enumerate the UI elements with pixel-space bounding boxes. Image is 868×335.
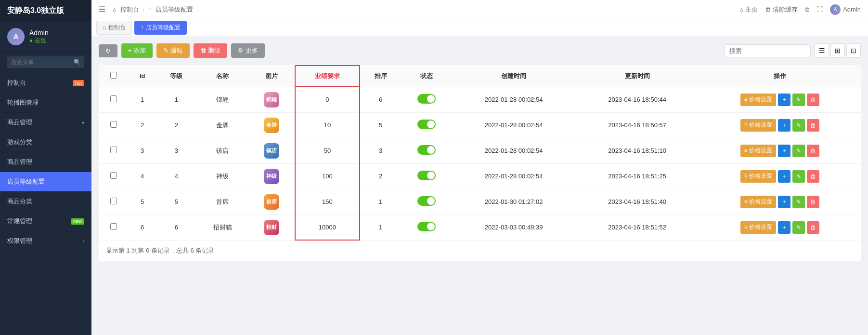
- topbar-user[interactable]: A Admin: [830, 4, 861, 15]
- row-sort: 2: [360, 163, 401, 189]
- row-image: 镇店: [248, 138, 295, 163]
- menu-icon[interactable]: ☰: [99, 5, 105, 14]
- add-record-button[interactable]: +: [778, 170, 790, 183]
- row-performance: 100: [295, 163, 360, 189]
- delete-record-button[interactable]: 🗑: [807, 221, 819, 234]
- table-row: 1 1 锦鲤 锦鲤 0 6 2022-01-28 00:02:54 2023-0…: [99, 87, 861, 112]
- row-status[interactable]: [401, 163, 452, 189]
- row-name: 首席: [196, 189, 248, 214]
- more-button[interactable]: ⚙ 更多: [231, 43, 265, 58]
- price-setting-button[interactable]: ≡ 价格设置: [740, 94, 776, 106]
- sidebar-item-member-level[interactable]: 店员等级配置: [0, 172, 91, 192]
- row-actions: ≡ 价格设置 + ✎ 🗑: [699, 163, 861, 189]
- avatar: A: [7, 28, 25, 45]
- tab-dashboard[interactable]: ⌂ 控制台: [96, 21, 132, 35]
- row-actions: ≡ 价格设置 + ✎ 🗑: [699, 138, 861, 163]
- add-record-button[interactable]: +: [778, 119, 790, 132]
- row-status[interactable]: [401, 214, 452, 240]
- clear-cache-btn[interactable]: 🗑 清除缓存: [765, 5, 798, 14]
- edit-record-button[interactable]: ✎: [792, 145, 805, 157]
- status-toggle[interactable]: [417, 171, 436, 180]
- refresh-button[interactable]: ↻: [99, 44, 117, 57]
- row-id: 5: [129, 189, 156, 214]
- row-level: 4: [156, 163, 197, 189]
- delete-button[interactable]: 🗑 删除: [194, 43, 228, 58]
- action-buttons: ≡ 价格设置 + ✎ 🗑: [704, 196, 856, 208]
- edit-button[interactable]: ✎ 编辑: [156, 43, 190, 58]
- row-status[interactable]: [401, 87, 452, 112]
- tab-member-level[interactable]: ↑ 店员等级配置: [134, 21, 187, 35]
- edit-record-button[interactable]: ✎: [792, 119, 805, 132]
- status-toggle[interactable]: [417, 94, 436, 104]
- row-status[interactable]: [401, 138, 452, 163]
- add-record-button[interactable]: +: [778, 145, 790, 157]
- breadcrumb-dashboard[interactable]: 控制台: [120, 5, 139, 14]
- row-select-checkbox[interactable]: [110, 198, 117, 204]
- row-image: 锦鲤: [248, 87, 295, 112]
- select-all-checkbox[interactable]: [110, 72, 117, 79]
- price-setting-button[interactable]: ≡ 价格设置: [740, 119, 776, 132]
- delete-record-button[interactable]: 🗑: [807, 94, 819, 106]
- list-view-button[interactable]: ☰: [815, 43, 829, 58]
- row-level: 1: [156, 87, 197, 112]
- row-select-checkbox[interactable]: [110, 223, 117, 230]
- external-icon[interactable]: ⧉: [805, 6, 809, 13]
- row-select-checkbox[interactable]: [110, 95, 117, 102]
- sidebar-item-general-mgmt[interactable]: 常规管理 new: [0, 212, 91, 231]
- price-setting-button[interactable]: ≡ 价格设置: [740, 145, 776, 157]
- status-toggle[interactable]: [417, 145, 436, 155]
- sidebar-item-product-mgmt[interactable]: 商品管理 ▾: [0, 113, 91, 133]
- row-updated: 2023-04-16 18:50:57: [575, 112, 699, 138]
- row-performance: 50: [295, 138, 360, 163]
- action-buttons: ≡ 价格设置 + ✎ 🗑: [704, 221, 856, 234]
- add-record-button[interactable]: +: [778, 94, 790, 106]
- search-input[interactable]: [724, 44, 811, 57]
- row-sort: 1: [360, 189, 401, 214]
- sidebar-logo: 安静岛3.0独立版: [0, 0, 91, 22]
- data-table-container: Id 等级 名称 图片 业绩要求 排序 状态 创建时间 更新时间 操作: [99, 65, 861, 261]
- sidebar-item-dashboard[interactable]: 控制台 hot: [0, 73, 91, 93]
- row-select-checkbox[interactable]: [110, 147, 117, 153]
- row-sort: 3: [360, 138, 401, 163]
- chevron-left-icon: ‹: [83, 239, 84, 244]
- price-setting-button[interactable]: ≡ 价格设置: [740, 196, 776, 208]
- edit-record-button[interactable]: ✎: [792, 221, 805, 234]
- sidebar-search-input[interactable]: [7, 56, 84, 68]
- row-status[interactable]: [401, 112, 452, 138]
- edit-record-button[interactable]: ✎: [792, 170, 805, 183]
- price-setting-button[interactable]: ≡ 价格设置: [740, 170, 776, 183]
- action-buttons: ≡ 价格设置 + ✎ 🗑: [704, 94, 856, 106]
- sidebar-search-container: 🔍: [0, 52, 91, 73]
- row-status[interactable]: [401, 189, 452, 214]
- sidebar-item-product[interactable]: 商品管理: [0, 152, 91, 172]
- delete-record-button[interactable]: 🗑: [807, 119, 819, 132]
- add-record-button[interactable]: +: [778, 196, 790, 208]
- row-select-checkbox[interactable]: [110, 172, 117, 179]
- add-record-button[interactable]: +: [778, 221, 790, 234]
- row-checkbox: [99, 112, 129, 138]
- row-checkbox: [99, 214, 129, 240]
- status-toggle[interactable]: [417, 120, 436, 129]
- row-updated: 2023-04-16 18:50:44: [575, 87, 699, 112]
- grid-view-button[interactable]: ⊞: [830, 43, 845, 58]
- sidebar-item-game-category[interactable]: 游戏分类: [0, 133, 91, 152]
- edit-record-button[interactable]: ✎: [792, 94, 805, 106]
- price-setting-button[interactable]: ≡ 价格设置: [740, 221, 776, 234]
- home-link[interactable]: ⌂ 主页: [739, 5, 757, 14]
- status-toggle[interactable]: [417, 222, 436, 231]
- fullscreen-icon[interactable]: ⛶: [816, 6, 823, 13]
- delete-record-button[interactable]: 🗑: [807, 170, 819, 183]
- sidebar-item-carousel[interactable]: 轮播图管理: [0, 93, 91, 113]
- sidebar-item-product-category[interactable]: 商品分类: [0, 192, 91, 212]
- row-select-checkbox[interactable]: [110, 121, 117, 128]
- edit-record-button[interactable]: ✎: [792, 196, 805, 208]
- row-id: 2: [129, 112, 156, 138]
- sidebar-item-permission[interactable]: 权限管理 ‹: [0, 231, 91, 251]
- status-toggle[interactable]: [417, 196, 436, 206]
- delete-record-button[interactable]: 🗑: [807, 145, 819, 157]
- delete-record-button[interactable]: 🗑: [807, 196, 819, 208]
- search-icon: 🔍: [74, 59, 81, 66]
- more-view-button[interactable]: ⊡: [846, 43, 861, 58]
- row-image: 神级: [248, 163, 295, 189]
- add-button[interactable]: + 添加: [121, 43, 153, 58]
